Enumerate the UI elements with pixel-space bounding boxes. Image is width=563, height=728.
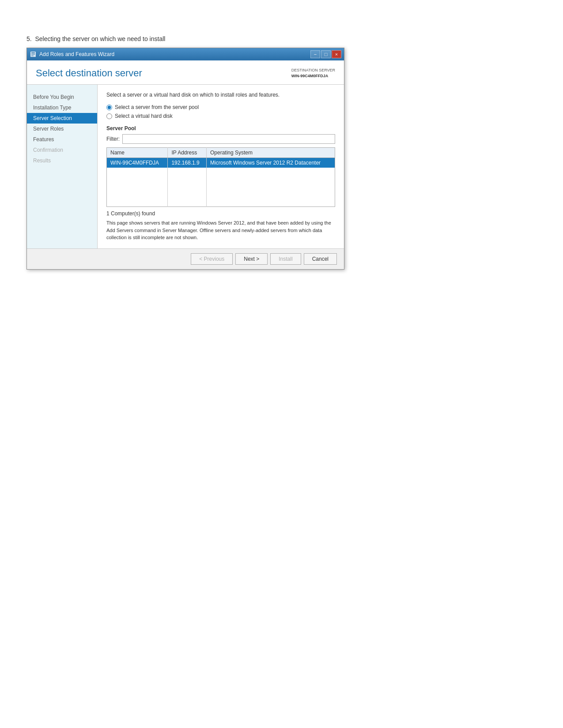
minimize-button[interactable]: − [310,50,320,58]
sidebar-item-before-you-begin[interactable]: Before You Begin [27,92,97,102]
col-name: Name [107,148,168,158]
sidebar-item-server-roles[interactable]: Server Roles [27,124,97,134]
radio-vhd-label: Select a virtual hard disk [115,113,173,119]
table-row[interactable]: WIN-99C4M0FFDJA192.168.1.9Microsoft Wind… [107,158,335,168]
maximize-button[interactable]: □ [321,50,331,58]
server-pool-label: Server Pool [106,125,335,131]
table-empty-row [107,187,335,197]
svg-rect-3 [31,56,34,56]
title-bar-text: Add Roles and Features Wizard [39,51,114,57]
sidebar-item-installation-type[interactable]: Installation Type [27,102,97,113]
computers-found: 1 Computer(s) found [106,210,335,217]
svg-rect-2 [31,54,35,55]
sidebar-item-features[interactable]: Features [27,134,97,145]
filter-input[interactable] [122,134,335,144]
radio-server-pool[interactable] [106,105,112,110]
wizard-content: Select a server or a virtual hard disk o… [98,85,344,248]
svg-rect-1 [31,53,35,53]
title-bar: Add Roles and Features Wizard − □ × [27,48,344,60]
title-bar-left: Add Roles and Features Wizard [30,51,114,58]
filter-row: Filter: [106,134,335,144]
filter-label: Filter: [106,136,120,142]
radio-vhd-option[interactable]: Select a virtual hard disk [106,113,335,119]
wizard-title: Select destination server [36,68,142,79]
server-table: Name IP Address Operating System WIN-99C… [106,147,335,207]
table-empty-row [107,168,335,177]
wizard-footer: < Previous Next > Install Cancel [27,248,344,269]
table-empty-row [107,197,335,207]
wizard-body: Before You Begin Installation Type Serve… [27,85,344,248]
previous-button[interactable]: < Previous [191,253,233,265]
close-button[interactable]: × [332,50,341,58]
wizard-sidebar: Before You Begin Installation Type Serve… [27,85,98,248]
install-button: Install [270,253,301,265]
title-bar-controls: − □ × [310,50,341,58]
wizard-icon [30,51,37,58]
col-ip: IP Address [168,148,207,158]
radio-vhd[interactable] [106,113,112,119]
description-text: Select a server or a virtual hard disk o… [106,92,335,98]
sidebar-item-confirmation: Confirmation [27,145,97,155]
dest-server-info: DESTINATION SERVER WIN-99C4M0FFDJA [291,68,335,78]
radio-server-pool-option[interactable]: Select a server from the server pool [106,104,335,110]
table-empty-row [107,177,335,187]
wizard-header: Select destination server DESTINATION SE… [27,60,344,85]
step-label: 5. Selecting the server on which we need… [26,35,537,42]
dest-server-name: WIN-99C4M0FFDJA [291,74,335,78]
radio-server-pool-label: Select a server from the server pool [115,104,199,110]
sidebar-item-results: Results [27,155,97,166]
note-text: This page shows servers that are running… [106,219,335,241]
col-os: Operating System [206,148,335,158]
next-button[interactable]: Next > [235,253,268,265]
sidebar-item-server-selection[interactable]: Server Selection [27,113,97,124]
cancel-button[interactable]: Cancel [304,253,337,265]
table-header-row: Name IP Address Operating System [107,148,335,158]
wizard-window: Add Roles and Features Wizard − □ × Sele… [26,48,344,270]
dest-server-label: DESTINATION SERVER [291,68,335,74]
